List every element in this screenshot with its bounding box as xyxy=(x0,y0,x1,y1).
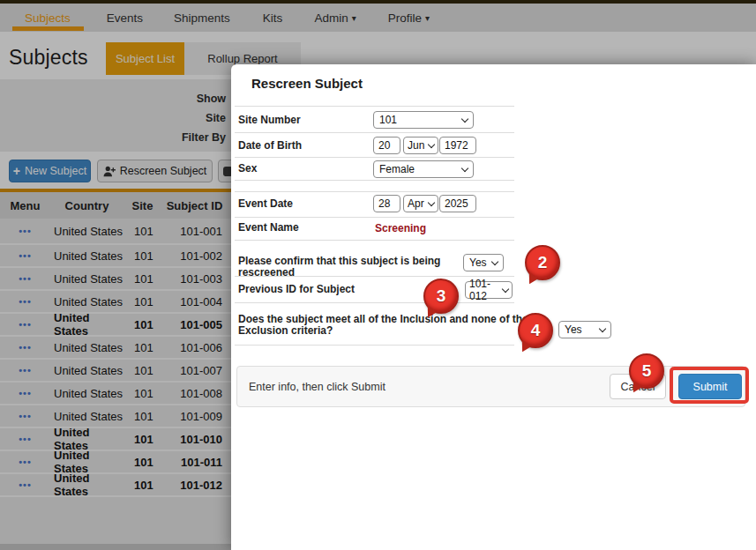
step-badge-3: 3 xyxy=(423,279,459,314)
event-date-label: Event Date xyxy=(238,198,293,210)
site-number-select[interactable]: 101 xyxy=(373,111,474,129)
divider xyxy=(235,217,514,218)
previous-id-label: Previous ID for Subject xyxy=(238,284,355,295)
rescreen-subject-modal: Rescreen Subject Site Number 101 Date of… xyxy=(231,64,756,550)
chevron-down-icon xyxy=(428,198,435,205)
divider xyxy=(235,345,514,346)
step-badge-4: 4 xyxy=(518,313,553,348)
step-badge-5: 5 xyxy=(629,353,664,389)
submit-highlight-box xyxy=(670,367,749,404)
previous-id-select[interactable]: 101-012 xyxy=(465,281,513,299)
event-month-select[interactable]: Apr xyxy=(403,195,438,212)
divider xyxy=(235,157,514,158)
date-of-birth-label: Date of Birth xyxy=(238,140,302,152)
confirm-rescreen-label: Please confirm that this subject is bein… xyxy=(238,256,463,279)
event-name-value: Screening xyxy=(375,222,426,234)
site-number-label: Site Number xyxy=(238,115,301,126)
chevron-down-icon xyxy=(461,115,468,122)
dob-year-input[interactable]: 1972 xyxy=(439,137,476,154)
event-name-label: Event Name xyxy=(238,222,299,234)
divider xyxy=(235,106,514,107)
sex-select[interactable]: Female xyxy=(373,160,474,178)
chevron-down-icon xyxy=(491,257,498,264)
divider xyxy=(235,191,514,192)
modal-title: Rescreen Subject xyxy=(251,76,363,91)
inclusion-criteria-select[interactable]: Yes xyxy=(558,321,611,338)
event-day-input[interactable]: 28 xyxy=(373,195,400,212)
chevron-down-icon xyxy=(502,285,509,292)
inclusion-criteria-label: Does the subject meet all of the Inclusi… xyxy=(238,314,554,337)
chevron-down-icon xyxy=(428,140,435,147)
footer-hint: Enter info, then click Submit xyxy=(249,367,385,406)
confirm-rescreen-select[interactable]: Yes xyxy=(463,254,504,271)
screen: Subjects Events Shipments Kits Admin▾ Pr… xyxy=(0,0,756,550)
event-year-input[interactable]: 2025 xyxy=(439,195,476,212)
chevron-down-icon xyxy=(599,324,606,331)
divider xyxy=(235,240,514,241)
divider xyxy=(235,132,514,133)
dob-month-select[interactable]: Jun xyxy=(403,137,438,154)
dob-day-input[interactable]: 20 xyxy=(373,137,400,154)
sex-label: Sex xyxy=(238,163,257,175)
divider xyxy=(235,302,514,303)
chevron-down-icon xyxy=(461,164,468,171)
step-badge-2: 2 xyxy=(525,245,560,280)
divider xyxy=(235,180,514,181)
